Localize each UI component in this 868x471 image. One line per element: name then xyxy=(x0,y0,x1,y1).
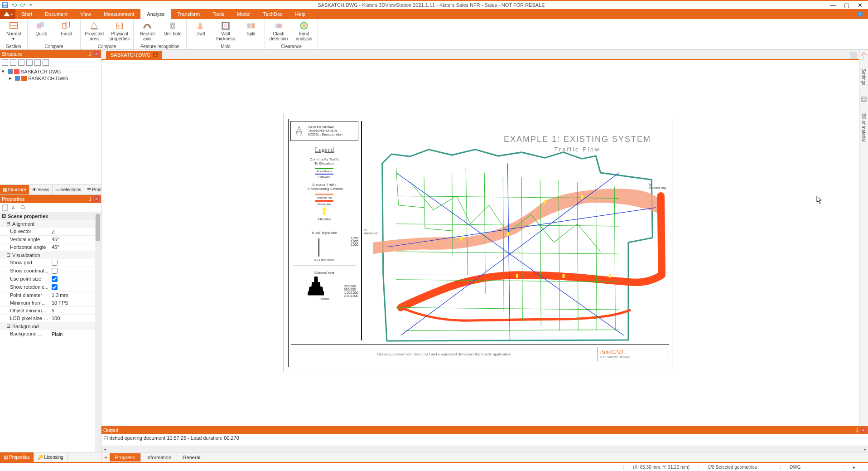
clash-detection-button[interactable]: Clash detection xyxy=(268,20,289,44)
tab-help[interactable]: Help xyxy=(289,9,312,19)
section-normal-button[interactable]: Normal▾ xyxy=(3,20,24,44)
viewport[interactable]: SASKATCHEWANTRANSPORTATIONMODEL : Demons… xyxy=(101,60,859,426)
draft-button[interactable]: Draft xyxy=(189,20,211,44)
center-area: SASKATCH.DWG × S xyxy=(101,50,868,462)
minimize-button[interactable]: — xyxy=(830,2,836,9)
tab-measurement[interactable]: Measurement xyxy=(97,9,140,19)
tree-row-child[interactable]: ▸ SASKATCH.DWG xyxy=(2,75,99,82)
svg-rect-36 xyxy=(544,199,546,203)
prop-value-text[interactable]: 45° xyxy=(50,243,101,251)
tab-tools[interactable]: Tools xyxy=(206,9,231,19)
right-tab-bom[interactable]: Bill of material xyxy=(861,112,866,144)
split-button[interactable]: Split xyxy=(240,20,262,44)
prop-value-dropdown[interactable]: Z▾ xyxy=(50,228,101,235)
redo-icon[interactable] xyxy=(20,2,26,8)
structure-tool-2[interactable] xyxy=(10,59,16,66)
tab-model[interactable]: Model xyxy=(231,9,257,19)
compare-exact-button[interactable]: Exact xyxy=(56,20,77,44)
structure-tool-3[interactable] xyxy=(18,59,24,66)
status-scroll-right[interactable]: ▸ xyxy=(844,465,864,470)
tree-checkbox[interactable] xyxy=(15,76,20,81)
tab-scroll-left[interactable]: ◂ xyxy=(101,454,110,460)
left-tab-selections[interactable]: ▭ Selections xyxy=(53,185,84,194)
pin-icon[interactable] xyxy=(854,427,860,433)
prop-categorize-icon[interactable] xyxy=(2,204,8,211)
prop-checkbox[interactable] xyxy=(52,276,58,282)
tab-techdoc[interactable]: TechDoc xyxy=(257,9,289,19)
drill-hole-button[interactable]: Drill hole xyxy=(162,20,183,44)
prop-value-text[interactable]: 100 xyxy=(50,315,101,322)
cursor-icon xyxy=(816,196,823,204)
prop-checkbox[interactable] xyxy=(52,260,58,266)
close-button[interactable]: ✕ xyxy=(858,2,863,9)
left-tab-structure[interactable]: ▦ Structure xyxy=(0,185,29,194)
panel-close-button[interactable]: × xyxy=(94,196,99,202)
tab-close-icon[interactable]: × xyxy=(153,53,158,57)
svg-rect-37 xyxy=(581,195,583,199)
tab-document[interactable]: Document xyxy=(39,9,74,19)
right-tab-settings[interactable]: Settings xyxy=(861,67,866,87)
band-analysis-button[interactable]: Band analysis xyxy=(293,20,315,44)
expand-icon[interactable]: ▸ xyxy=(9,75,14,81)
bottom-tab-properties[interactable]: ▤ Properties xyxy=(0,452,34,462)
prop-search-icon[interactable] xyxy=(20,204,26,211)
prop-value-dropdown[interactable]: Plain▾ xyxy=(50,330,101,338)
bottom-tab-licensing[interactable]: 🔑 Licensing xyxy=(34,452,68,462)
prop-category-scene[interactable]: ⊟ Scene properties xyxy=(0,212,101,220)
structure-tool-6[interactable] xyxy=(43,59,49,66)
structure-tool-1[interactable] xyxy=(2,59,8,66)
physical-properties-icon: KG xyxy=(115,21,125,31)
projected-area-button[interactable]: Projected area xyxy=(83,20,105,44)
maximize-button[interactable]: ▢ xyxy=(844,2,849,9)
prop-category-background[interactable]: ⊟ Background xyxy=(0,322,101,330)
compare-quick-button[interactable]: Quick xyxy=(30,20,52,44)
document-tab-menu[interactable] xyxy=(850,52,857,59)
prop-checkbox[interactable] xyxy=(52,284,58,290)
undo-icon[interactable] xyxy=(11,2,17,8)
prop-category-alignment[interactable]: ⊟ Alignment xyxy=(0,220,101,228)
pin-icon[interactable] xyxy=(87,51,93,57)
document-tab[interactable]: SASKATCH.DWG × xyxy=(106,51,162,59)
status-selection: 0/0 Selected geometries xyxy=(699,465,780,470)
output-scrollbar[interactable]: ◂▸ xyxy=(101,446,868,452)
bottom-tab-progress[interactable]: Progress xyxy=(110,453,141,461)
bom-icon[interactable] xyxy=(861,96,867,102)
wall-thickness-button[interactable]: Wall thickness xyxy=(215,20,236,44)
svg-point-24 xyxy=(277,24,282,29)
prop-value-text[interactable]: 10 FPS xyxy=(50,299,101,306)
pin-icon[interactable] xyxy=(87,196,93,202)
prop-value-text[interactable]: 1.3 mm xyxy=(50,291,101,299)
prop-name: LOD pixel size t... xyxy=(0,315,50,322)
prop-alpha-icon[interactable]: A xyxy=(11,204,17,211)
structure-tool-4[interactable] xyxy=(26,59,33,66)
physical-properties-button[interactable]: KGPhysical properties xyxy=(109,20,130,44)
drawing-legend: Legend Commodity Traffic To Elevators Ru… xyxy=(290,146,358,300)
svg-rect-2 xyxy=(4,5,7,7)
properties-scrollbar[interactable] xyxy=(95,212,101,452)
tree-row-root[interactable]: ▾ SASKATCH.DWG xyxy=(2,68,99,75)
app-menu-button[interactable]: ▾ xyxy=(0,9,15,19)
tab-start[interactable]: Start xyxy=(15,9,39,19)
panel-close-button[interactable]: × xyxy=(861,427,866,433)
tab-analyze[interactable]: Analyze xyxy=(140,9,171,19)
svg-point-32 xyxy=(21,205,24,209)
neutral-axis-button[interactable]: Neutral axis xyxy=(136,20,158,44)
bottom-tab-information[interactable]: Information xyxy=(141,453,177,461)
structure-tool-5[interactable] xyxy=(34,59,41,66)
left-tab-views[interactable]: 👁 Views xyxy=(29,185,53,194)
prop-checkbox[interactable] xyxy=(52,268,58,274)
help-icon[interactable]: ? xyxy=(853,9,868,19)
settings-icon[interactable] xyxy=(861,52,867,58)
svg-rect-21 xyxy=(247,24,251,29)
panel-close-button[interactable]: × xyxy=(94,51,99,57)
bottom-tab-general[interactable]: General xyxy=(177,453,206,461)
tab-view[interactable]: View xyxy=(74,9,97,19)
prop-value-text[interactable]: 45° xyxy=(50,236,101,243)
prop-category-visualization[interactable]: ⊟ Visualization xyxy=(0,251,101,259)
tree-checkbox[interactable] xyxy=(8,69,13,74)
expand-icon[interactable]: ▾ xyxy=(2,68,6,74)
save-icon[interactable] xyxy=(2,2,8,8)
prop-value-text[interactable]: 5 xyxy=(50,307,101,314)
tab-transform[interactable]: Transform xyxy=(171,9,206,19)
qat-dropdown-icon[interactable]: ▼ xyxy=(29,3,33,7)
